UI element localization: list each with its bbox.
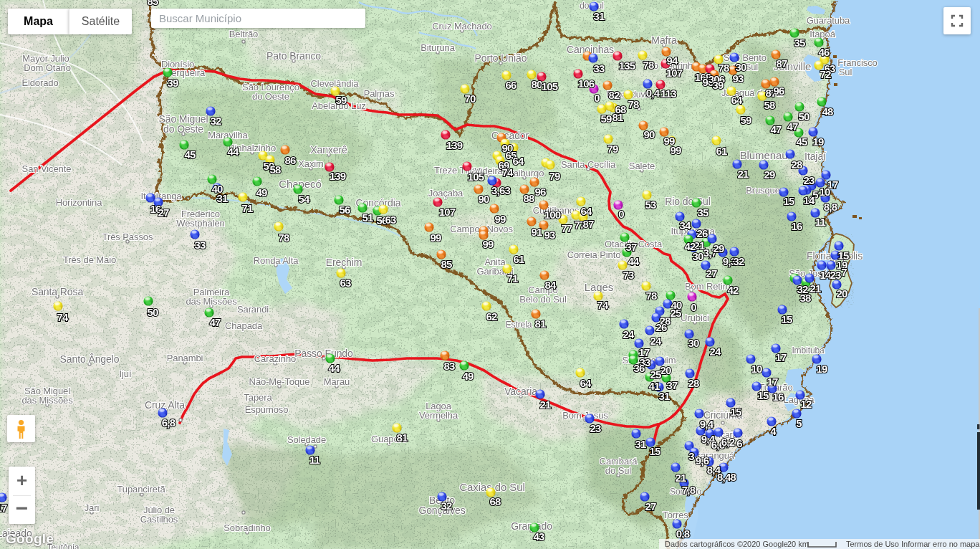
- svg-text:32: 32: [441, 500, 452, 512]
- svg-text:25: 25: [670, 307, 681, 319]
- svg-text:Carazinho: Carazinho: [254, 353, 296, 364]
- svg-text:34: 34: [679, 219, 691, 231]
- svg-text:do Sul: do Sul: [605, 465, 631, 476]
- svg-text:Salete: Salete: [629, 161, 655, 171]
- svg-text:6: 6: [736, 437, 742, 449]
- svg-text:90: 90: [643, 128, 655, 140]
- svg-text:42: 42: [727, 284, 739, 296]
- svg-text:113: 113: [660, 87, 676, 100]
- svg-text:58: 58: [764, 99, 775, 111]
- svg-text:47: 47: [209, 316, 221, 328]
- svg-text:33: 33: [593, 62, 605, 75]
- svg-text:26: 26: [655, 321, 667, 333]
- svg-text:27: 27: [158, 206, 169, 219]
- svg-text:68: 68: [489, 495, 501, 507]
- svg-text:44: 44: [328, 362, 340, 374]
- svg-text:Eldorado: Eldorado: [21, 77, 58, 88]
- svg-text:31: 31: [635, 438, 646, 450]
- svg-text:47: 47: [770, 123, 782, 135]
- svg-text:59: 59: [740, 114, 751, 126]
- svg-text:Marau: Marau: [324, 376, 350, 387]
- svg-text:Torres: Torres: [663, 510, 688, 520]
- svg-text:35: 35: [794, 37, 805, 49]
- svg-text:64: 64: [731, 94, 743, 106]
- svg-text:das Missões: das Missões: [186, 296, 237, 307]
- svg-text:Lages: Lages: [585, 281, 613, 293]
- svg-text:15: 15: [757, 389, 769, 401]
- svg-text:16: 16: [772, 391, 784, 403]
- svg-text:Santa Rosa: Santa Rosa: [32, 286, 83, 297]
- svg-text:Ronda Alta: Ronda Alta: [254, 255, 299, 266]
- svg-text:15: 15: [783, 195, 794, 207]
- svg-text:Xaxim: Xaxim: [298, 158, 324, 169]
- svg-text:Jari: Jari: [85, 502, 100, 513]
- svg-text:11: 11: [815, 216, 826, 228]
- svg-text:47: 47: [787, 120, 798, 133]
- svg-text:Guaratuba: Guaratuba: [807, 15, 850, 26]
- svg-text:Porto União: Porto União: [475, 52, 527, 64]
- svg-text:63: 63: [340, 277, 351, 289]
- svg-text:49: 49: [462, 370, 474, 382]
- svg-text:9,4: 9,4: [700, 418, 714, 430]
- svg-text:Três de Maio: Três de Maio: [63, 254, 116, 265]
- svg-text:7: 7: [841, 266, 847, 278]
- svg-text:78: 78: [628, 98, 639, 110]
- svg-text:106: 106: [578, 77, 595, 90]
- svg-text:78: 78: [718, 62, 729, 74]
- svg-text:Sobradinho: Sobradinho: [224, 522, 271, 533]
- svg-text:Santa Cecília: Santa Cecília: [561, 159, 616, 170]
- svg-text:17: 17: [767, 376, 778, 388]
- svg-text:29: 29: [713, 242, 724, 254]
- svg-text:77: 77: [561, 222, 572, 234]
- svg-text:84: 84: [544, 279, 557, 291]
- svg-text:25: 25: [650, 368, 661, 381]
- svg-text:do Oeste: do Oeste: [163, 123, 203, 135]
- svg-text:64: 64: [580, 377, 592, 389]
- svg-text:26: 26: [696, 227, 708, 239]
- svg-text:Sarandi: Sarandi: [237, 304, 269, 315]
- svg-text:49: 49: [256, 186, 267, 199]
- svg-text:0,8: 0,8: [676, 527, 690, 540]
- svg-text:15: 15: [649, 445, 660, 457]
- svg-text:Itajaí: Itajaí: [804, 151, 826, 162]
- svg-text:48: 48: [822, 105, 833, 118]
- svg-text:27: 27: [706, 267, 717, 280]
- svg-text:6,2: 6,2: [721, 436, 735, 448]
- svg-text:16: 16: [791, 220, 802, 232]
- svg-text:64: 64: [512, 155, 524, 167]
- svg-text:39: 39: [167, 77, 178, 89]
- svg-text:10: 10: [751, 363, 762, 375]
- svg-text:Espumoso: Espumoso: [245, 404, 289, 415]
- svg-text:78: 78: [643, 59, 654, 71]
- svg-text:64: 64: [580, 205, 592, 217]
- svg-text:44: 44: [227, 145, 239, 158]
- svg-text:70: 70: [464, 92, 476, 105]
- svg-text:99: 99: [430, 231, 441, 244]
- svg-text:Tapera: Tapera: [244, 392, 272, 403]
- svg-text:99: 99: [670, 144, 681, 156]
- svg-text:20: 20: [660, 364, 671, 376]
- svg-text:Imbituba: Imbituba: [792, 345, 825, 355]
- svg-text:79: 79: [549, 170, 560, 182]
- svg-text:0,4: 0,4: [646, 87, 660, 99]
- svg-text:0: 0: [691, 301, 696, 313]
- svg-text:Estrela: Estrela: [506, 320, 532, 330]
- svg-text:73: 73: [623, 269, 634, 281]
- svg-text:Tupanciretã: Tupanciretã: [117, 484, 165, 495]
- svg-text:0: 0: [618, 208, 624, 220]
- svg-text:33: 33: [194, 239, 206, 251]
- svg-text:Xanxerê: Xanxerê: [310, 144, 347, 156]
- svg-text:31: 31: [593, 10, 605, 22]
- svg-text:51: 51: [362, 211, 373, 224]
- svg-text:Castilhos: Castilhos: [140, 514, 178, 525]
- svg-text:0: 0: [594, 92, 600, 104]
- svg-text:135: 135: [619, 59, 635, 72]
- svg-text:107: 107: [666, 67, 683, 79]
- svg-text:Belo do Sul: Belo do Sul: [519, 294, 567, 305]
- svg-text:35: 35: [697, 206, 708, 219]
- svg-text:Panambi: Panambi: [167, 353, 203, 363]
- svg-text:99: 99: [482, 238, 494, 250]
- svg-text:43: 43: [533, 530, 544, 543]
- svg-text:94: 94: [666, 54, 678, 67]
- svg-text:Mafra: Mafra: [651, 34, 677, 46]
